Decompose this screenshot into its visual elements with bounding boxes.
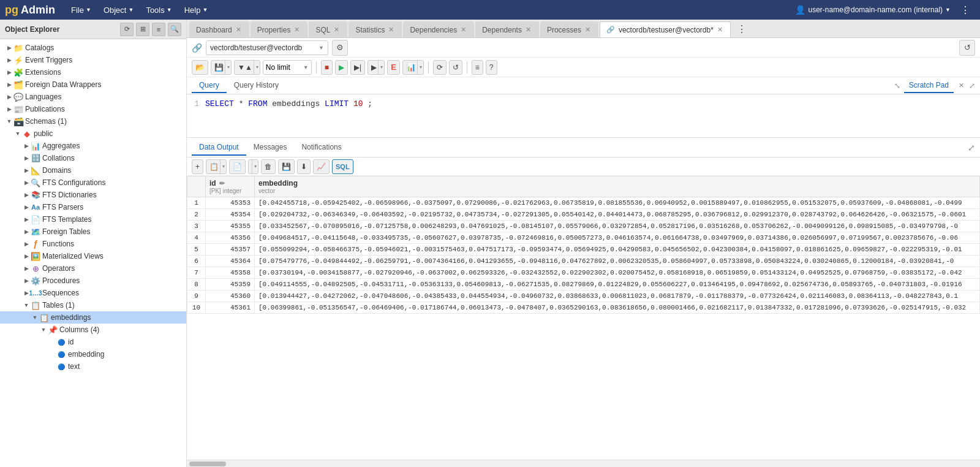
tree-item-materialized-views[interactable]: ▶ 🖼️ Materialized Views [0,250,186,262]
paste-options-arrow[interactable]: ▾ [252,160,257,173]
table-row[interactable]: 3 45355 [0.033452567,-0.070895016,-0.071… [187,221,980,232]
tree-item-fts-parsers[interactable]: ▶ Aa FTS Parsers [0,201,186,213]
tree-item-col-text[interactable]: 🔵 text [0,360,186,373]
tree-item-languages[interactable]: ▶ 💬 Languages [0,91,186,103]
macros-button[interactable]: ≡ [472,60,483,75]
table-row[interactable]: 10 45361 [0.06399861,-0.051356547,-0.064… [187,302,980,314]
properties-button[interactable]: ≡ [152,23,165,36]
table-row[interactable]: 6 45364 [0.075479776,-0.049844492,-0.062… [187,256,980,267]
table-row[interactable]: 1 45353 [0.042455718,-0.059425402,-0.065… [187,197,980,209]
tree-item-col-embedding[interactable]: 🔵 embedding [0,348,186,360]
tab-properties[interactable]: Properties ✕ [251,21,308,37]
tab-close-sql[interactable]: ✕ [333,26,341,34]
explain-button[interactable]: E [387,60,400,75]
code-editor[interactable]: 1 SELECT * FROM embeddings LIMIT 10 ; [187,94,980,137]
tab-dependencies[interactable]: Dependencies ✕ [403,21,474,37]
query-tab-query[interactable]: Query [192,78,227,93]
tree-item-sequences[interactable]: ▶ 1…3 Sequences [0,287,186,299]
run-options-button[interactable]: ▶ ▾ [368,60,385,75]
expand-results-icon[interactable]: ⤢ [968,143,975,153]
copy-button[interactable]: 📋 ▾ [206,159,227,174]
tools-menu[interactable]: Tools ▼ [140,3,178,17]
tab-close-dependents[interactable]: ✕ [524,26,532,34]
tree-item-public[interactable]: ▼ ◆ public [0,127,186,140]
expand-scratch-icon[interactable]: ⤢ [969,82,975,90]
query-tab-history[interactable]: Query History [227,78,286,93]
filter-button[interactable]: ▼▲ ▾ [234,60,260,75]
table-row[interactable]: 5 45357 [0.055099294,-0.058466375,-0.059… [187,244,980,256]
add-row-button[interactable]: + [192,159,203,174]
scratch-pad-tab[interactable]: Scratch Pad [904,78,954,93]
explain-analyze-button[interactable]: 📊 ▾ [402,60,424,75]
explain-dropdown-arrow[interactable]: ▾ [417,61,422,74]
tab-query[interactable]: 🔗 vectordb/testuser@vectordb* ✕ [600,21,731,37]
tree-item-event-triggers[interactable]: ▶ ⚡ Event Triggers [0,54,186,66]
save-button[interactable]: 💾 ▾ [211,60,232,75]
tab-dashboard[interactable]: Dashboard ✕ [189,21,249,37]
table-row[interactable]: 9 45360 [0.013944427,-0.04272062,-0.0470… [187,290,980,302]
tab-more-button[interactable]: ⋮ [732,21,752,37]
tab-close-processes[interactable]: ✕ [584,26,592,34]
tree-item-columns[interactable]: ▼ 📌 Columns (4) [0,324,186,336]
table-view-button[interactable]: ⊞ [136,23,149,36]
tree-item-embeddings[interactable]: ▼ 📋 embeddings [0,311,186,324]
limit-selector[interactable]: No limit ▼ [263,60,312,75]
tree-item-schemas[interactable]: ▼ 🗃️ Schemas (1) [0,115,186,127]
connection-settings-button[interactable]: ⚙ [332,40,348,56]
tab-close-dashboard[interactable]: ✕ [235,26,243,34]
tree-item-aggregates[interactable]: ▶ 📊 Aggregates [0,140,186,152]
object-menu[interactable]: Object ▼ [97,3,140,17]
run-continue-button[interactable]: ▶| [350,60,365,75]
table-row[interactable]: 7 45358 [0.03730194,-0.0034158877,-0.027… [187,267,980,279]
tab-close-dependencies[interactable]: ✕ [459,26,467,34]
delete-row-button[interactable]: 🗑 [261,159,276,174]
tree-item-tables[interactable]: ▼ 📋 Tables (1) [0,299,186,311]
commit-button[interactable]: ⟳ [433,60,447,75]
paste-options-button[interactable]: ▾ [248,159,258,174]
refresh-button-right[interactable]: ↺ [959,40,975,56]
tree-item-foreign-data-wrappers[interactable]: ▶ 🗂️ Foreign Data Wrappers [0,78,186,91]
sql-results-button[interactable]: SQL [332,159,353,174]
rollback-button[interactable]: ↺ [449,60,462,75]
copy-dropdown-arrow[interactable]: ▾ [220,160,225,173]
paste-button[interactable]: 📄 [229,159,246,174]
tab-sql[interactable]: SQL ✕ [309,21,347,37]
tab-statistics[interactable]: Statistics ✕ [349,21,402,37]
tab-close-query[interactable]: ✕ [716,26,724,34]
tree-item-catalogs[interactable]: ▶ 📁 Catalogs [0,42,186,54]
refresh-button[interactable]: ⟳ [120,23,134,36]
tab-close-properties[interactable]: ✕ [293,26,301,34]
connection-selector[interactable]: vectordb/testuser@vectordb ▼ [206,40,328,55]
chart-button[interactable]: 📈 [313,159,330,174]
expand-query-icon[interactable]: ⤡ [894,82,900,90]
tab-messages[interactable]: Messages [246,140,295,156]
tree-item-operators[interactable]: ▶ ⊕ Operators [0,262,186,275]
tree-item-extensions[interactable]: ▶ 🧩 Extensions [0,66,186,78]
table-row[interactable]: 4 45356 [0.049684517,-0.04115648,-0.0334… [187,232,980,244]
table-row[interactable]: 8 45359 [0.049114555,-0.04892505,-0.0453… [187,279,980,290]
tree-item-foreign-tables[interactable]: ▶ 🗺️ Foreign Tables [0,226,186,238]
scratch-pad-close[interactable]: ✕ [957,82,965,89]
tree-item-fts-dict[interactable]: ▶ 📚 FTS Dictionaries [0,189,186,201]
run-dropdown-arrow[interactable]: ▾ [378,61,383,74]
more-options-button[interactable]: ⋮ [956,2,975,18]
filter-dropdown-arrow[interactable]: ▾ [254,61,258,74]
save-dropdown-arrow[interactable]: ▾ [225,61,230,74]
file-menu[interactable]: File ▼ [65,3,97,17]
horizontal-scrollbar[interactable] [187,460,980,467]
open-file-button[interactable]: 📂 [192,60,208,75]
tab-data-output[interactable]: Data Output [192,140,246,156]
tree-item-procedures[interactable]: ▶ ⚙️ Procedures [0,275,186,287]
tab-close-statistics[interactable]: ✕ [387,26,395,34]
tree-item-publications[interactable]: ▶ 📰 Publications [0,103,186,115]
tree-item-functions[interactable]: ▶ ƒ Functions [0,238,186,250]
help-menu[interactable]: Help ▼ [178,3,214,17]
run-button[interactable]: ▶ [335,60,348,75]
scrollbar-thumb[interactable] [189,461,226,466]
tab-dependents[interactable]: Dependents ✕ [475,21,539,37]
tree-item-collations[interactable]: ▶ 🔡 Collations [0,152,186,164]
tree-item-fts-config[interactable]: ▶ 🔍 FTS Configurations [0,177,186,189]
search-button[interactable]: 🔍 [168,23,181,36]
tree-item-domains[interactable]: ▶ 📐 Domains [0,164,186,177]
col-edit-icon-id[interactable]: ✏ [219,180,225,188]
